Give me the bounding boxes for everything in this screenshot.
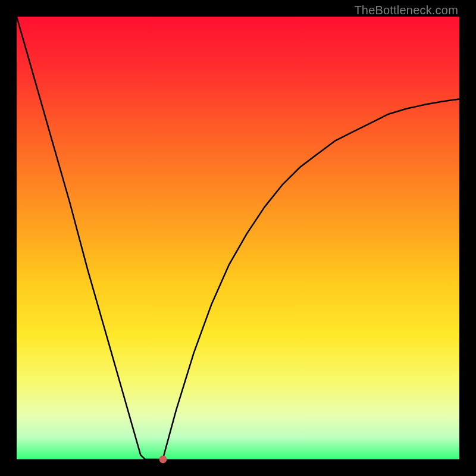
chart-curve (17, 17, 459, 459)
watermark-text: TheBottleneck.com (354, 4, 458, 17)
curve-minimum-marker (159, 456, 167, 464)
chart-plot-area (17, 17, 459, 459)
curve-path (17, 17, 459, 459)
